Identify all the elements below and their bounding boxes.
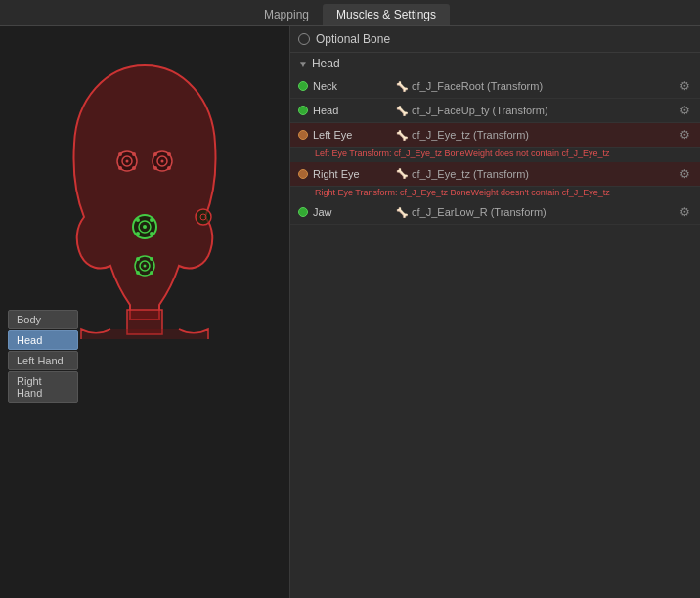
error-text-left-eye: Left Eye Transform: cf_J_Eye_tz BoneWeig… bbox=[290, 148, 700, 162]
bone-icon-left-eye: 🦴 bbox=[396, 130, 408, 141]
svg-point-10 bbox=[161, 160, 164, 163]
svg-point-18 bbox=[136, 218, 140, 222]
svg-point-3 bbox=[126, 160, 129, 163]
svg-point-12 bbox=[167, 152, 171, 156]
svg-point-19 bbox=[150, 218, 153, 222]
bone-right-jaw: 🦴 cf_J_EarLow_R (Transform) ⚙ bbox=[396, 203, 692, 221]
bone-row-jaw: Jaw 🦴 cf_J_EarLow_R (Transform) ⚙ bbox=[290, 200, 700, 225]
main-content: Body Head Left Hand Right Hand Optional … bbox=[0, 26, 700, 598]
bone-transform-head: cf_J_FaceUp_ty (Transform) bbox=[412, 105, 674, 116]
dot-right-eye bbox=[298, 169, 308, 179]
body-btn-left-hand[interactable]: Left Hand bbox=[8, 351, 78, 370]
body-btn-body[interactable]: Body bbox=[8, 310, 78, 329]
viewport: Body Head Left Hand Right Hand bbox=[0, 26, 289, 598]
gear-btn-left-eye[interactable]: ⚙ bbox=[678, 126, 692, 144]
body-buttons: Body Head Left Hand Right Hand bbox=[8, 310, 78, 403]
bone-transform-jaw: cf_J_EarLow_R (Transform) bbox=[412, 206, 674, 218]
tab-mapping[interactable]: Mapping bbox=[250, 4, 323, 25]
section-arrow: ▼ bbox=[298, 59, 308, 69]
optional-bone-row: Optional Bone bbox=[290, 26, 700, 53]
gear-btn-right-eye[interactable]: ⚙ bbox=[678, 165, 692, 183]
optional-bone-circle bbox=[298, 33, 310, 45]
bone-name-head: Head bbox=[313, 105, 338, 116]
svg-point-21 bbox=[150, 232, 153, 235]
svg-point-6 bbox=[118, 166, 122, 170]
bone-transform-left-eye: cf_J_Eye_tz (Transform) bbox=[412, 129, 674, 141]
bone-right-neck: 🦴 cf_J_FaceRoot (Transform) ⚙ bbox=[396, 77, 692, 95]
gear-btn-head[interactable]: ⚙ bbox=[678, 102, 692, 119]
svg-point-14 bbox=[167, 166, 171, 170]
svg-point-5 bbox=[132, 152, 136, 156]
bone-icon-neck: 🦴 bbox=[396, 81, 408, 92]
svg-point-25 bbox=[136, 257, 140, 261]
bone-left-neck: Neck bbox=[298, 80, 396, 92]
svg-point-26 bbox=[150, 257, 153, 261]
section-header-head: ▼ Head bbox=[290, 53, 700, 74]
bone-icon-right-eye: 🦴 bbox=[396, 168, 408, 179]
section-title: Head bbox=[312, 57, 340, 70]
svg-point-29 bbox=[196, 209, 211, 225]
bone-transform-right-eye: cf_J_Eye_tz (Transform) bbox=[412, 168, 674, 180]
bone-left-head: Head bbox=[298, 105, 396, 116]
dot-neck bbox=[298, 81, 308, 91]
body-btn-right-hand[interactable]: Right Hand bbox=[8, 371, 78, 403]
dot-jaw bbox=[298, 207, 308, 217]
body-btn-head[interactable]: Head bbox=[8, 330, 78, 350]
bone-left-jaw: Jaw bbox=[298, 206, 396, 218]
bone-right-right-eye: 🦴 cf_J_Eye_tz (Transform) ⚙ bbox=[396, 165, 692, 183]
bone-left-right-eye: Right Eye bbox=[298, 168, 396, 180]
optional-bone-label: Optional Bone bbox=[316, 32, 390, 46]
svg-point-17 bbox=[143, 225, 147, 229]
bone-name-jaw: Jaw bbox=[313, 206, 332, 218]
head-silhouette bbox=[47, 46, 242, 339]
gear-btn-jaw[interactable]: ⚙ bbox=[678, 203, 692, 221]
gear-btn-neck[interactable]: ⚙ bbox=[678, 77, 692, 95]
bone-name-left-eye: Left Eye bbox=[313, 129, 352, 141]
svg-point-27 bbox=[136, 271, 140, 275]
bone-icon-jaw: 🦴 bbox=[396, 207, 408, 218]
bone-right-left-eye: 🦴 cf_J_Eye_tz (Transform) ⚙ bbox=[396, 126, 692, 144]
svg-point-20 bbox=[136, 232, 140, 235]
bone-left-left-eye: Left Eye bbox=[298, 129, 396, 141]
tab-muscles-settings[interactable]: Muscles & Settings bbox=[323, 4, 450, 25]
svg-point-4 bbox=[118, 152, 122, 156]
bone-name-right-eye: Right Eye bbox=[313, 168, 360, 180]
svg-point-11 bbox=[153, 152, 157, 156]
dot-head bbox=[298, 106, 308, 115]
svg-point-28 bbox=[150, 271, 153, 275]
bone-row-neck: Neck 🦴 cf_J_FaceRoot (Transform) ⚙ bbox=[290, 74, 700, 99]
dot-left-eye bbox=[298, 130, 308, 140]
bone-transform-neck: cf_J_FaceRoot (Transform) bbox=[412, 80, 674, 92]
bone-right-head: 🦴 cf_J_FaceUp_ty (Transform) ⚙ bbox=[396, 102, 692, 119]
bone-name-neck: Neck bbox=[313, 80, 337, 92]
bone-row-left-eye: Left Eye 🦴 cf_J_Eye_tz (Transform) ⚙ bbox=[290, 123, 700, 148]
svg-point-13 bbox=[153, 166, 157, 170]
bone-icon-head: 🦴 bbox=[396, 106, 408, 116]
bone-row-right-eye: Right Eye 🦴 cf_J_Eye_tz (Transform) ⚙ bbox=[290, 162, 700, 187]
svg-point-24 bbox=[144, 265, 147, 268]
tab-bar: Mapping Muscles & Settings bbox=[0, 0, 700, 26]
svg-point-7 bbox=[132, 166, 136, 170]
settings-panel: Optional Bone ▼ Head Neck 🦴 cf_J_FaceRoo… bbox=[289, 26, 700, 598]
error-text-right-eye: Right Eye Transform: cf_J_Eye_tz BoneWei… bbox=[290, 187, 700, 201]
bone-row-head: Head 🦴 cf_J_FaceUp_ty (Transform) ⚙ bbox=[290, 99, 700, 123]
